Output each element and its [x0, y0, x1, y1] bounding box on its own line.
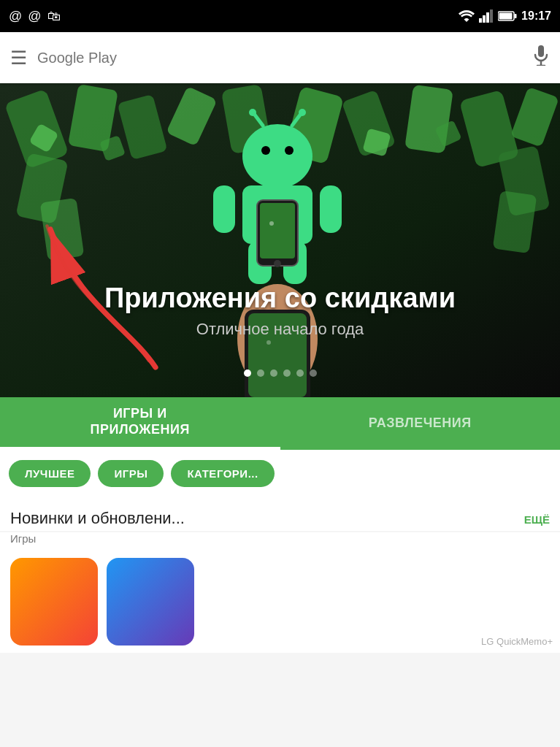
svg-rect-6 [515, 14, 517, 18]
section-subtitle: Игры [0, 532, 560, 552]
svg-point-44 [274, 260, 281, 267]
mic-icon[interactable] [532, 45, 550, 71]
svg-rect-39 [320, 185, 342, 233]
banner-svg [0, 83, 560, 397]
at-icon-1: @ [9, 9, 22, 24]
app-card-2[interactable] [107, 558, 194, 646]
svg-rect-43 [260, 203, 295, 258]
filter-games[interactable]: ИГРЫ [98, 460, 164, 487]
section-title: Новинки и обновлени... [10, 509, 185, 528]
banner-dots [0, 369, 560, 377]
svg-point-45 [269, 221, 274, 226]
wifi-icon [459, 9, 475, 23]
banner-text-area: Приложения со скидками Отличное начало г… [0, 283, 560, 339]
dot-5[interactable] [296, 369, 304, 377]
svg-rect-5 [499, 13, 513, 20]
battery-icon [498, 10, 517, 22]
svg-point-31 [261, 146, 270, 155]
dot-6[interactable] [310, 369, 317, 377]
status-time: 19:17 [521, 9, 551, 23]
svg-point-50 [266, 340, 271, 345]
banner-title: Приложения со скидками [0, 283, 560, 314]
status-right-icons: 19:17 [459, 9, 551, 23]
app-card-1[interactable] [10, 558, 98, 646]
filter-categories[interactable]: КАТЕГОРИ... [171, 460, 274, 487]
svg-rect-7 [538, 45, 544, 57]
filter-best[interactable]: ЛУЧШЕЕ [9, 460, 91, 487]
search-input[interactable] [37, 50, 522, 66]
tabs-bar: ИГРЫ И ПРИЛОЖЕНИЯ РАЗВЛЕЧЕНИЯ [0, 397, 560, 450]
menu-icon[interactable]: ☰ [10, 47, 27, 69]
tab-games-apps[interactable]: ИГРЫ И ПРИЛОЖЕНИЯ [0, 397, 280, 450]
banner: Приложения со скидками Отличное начало г… [0, 83, 560, 397]
svg-point-35 [249, 109, 256, 116]
banner-scene [0, 83, 560, 397]
shop-icon: 🛍 [47, 9, 61, 24]
tab-entertainment[interactable]: РАЗВЛЕЧЕНИЯ [280, 397, 561, 450]
svg-rect-1 [483, 15, 486, 23]
svg-rect-38 [213, 185, 235, 233]
svg-point-36 [299, 109, 306, 116]
dot-3[interactable] [270, 369, 277, 377]
app-row: LG QuickMemo+ [0, 552, 560, 653]
at-icon-2: @ [28, 9, 41, 24]
svg-rect-2 [486, 12, 489, 23]
svg-rect-0 [479, 18, 482, 23]
dot-4[interactable] [283, 369, 291, 377]
app-icon-2 [107, 558, 194, 646]
status-bar: @ @ 🛍 19:17 [0, 0, 560, 32]
search-bar: ☰ [0, 32, 560, 83]
svg-point-30 [242, 124, 312, 188]
section-header: Новинки и обновлени... ЕЩЁ [0, 497, 560, 531]
status-left-icons: @ @ 🛍 [9, 9, 61, 24]
dot-2[interactable] [257, 369, 264, 377]
watermark: LG QuickMemo+ [481, 636, 553, 647]
dot-1[interactable] [244, 369, 251, 377]
app-icon-1 [10, 558, 98, 646]
svg-point-32 [285, 146, 294, 155]
banner-subtitle: Отличное начало года [0, 320, 560, 339]
svg-rect-3 [490, 9, 493, 23]
signal-icon [479, 9, 494, 23]
section-more-button[interactable]: ЕЩЁ [524, 513, 550, 526]
filter-row: ЛУЧШЕЕ ИГРЫ КАТЕГОРИ... [0, 450, 560, 497]
